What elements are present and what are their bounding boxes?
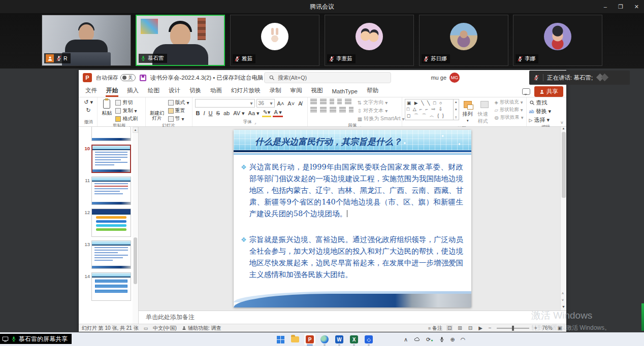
copy-button[interactable]: 复制 ▾ bbox=[115, 107, 138, 114]
comments-icon[interactable] bbox=[522, 88, 530, 95]
change-case-button[interactable]: Aa ▾ bbox=[247, 110, 261, 117]
cut-button[interactable]: 剪切 bbox=[115, 99, 138, 106]
current-slide[interactable]: 什么是兴边富民行动，其宗旨是什么？ ❖ 兴边富民行动，是l999年由国家民委联合… bbox=[234, 130, 471, 307]
input-indicator-icon[interactable]: ⊕ bbox=[450, 336, 455, 343]
notes-pane[interactable]: 单击此处添加备注 bbox=[139, 310, 566, 324]
align-left-icon[interactable] bbox=[310, 107, 317, 113]
scrollbar-thumb[interactable] bbox=[562, 132, 566, 198]
screen-share-indicator[interactable]: 慕石雷的屏幕共享 bbox=[0, 334, 72, 344]
account-avatar[interactable]: MG bbox=[449, 73, 460, 83]
align-center-icon[interactable] bbox=[320, 107, 327, 113]
section-button[interactable]: 节 ▾ bbox=[168, 115, 189, 122]
font-color-button[interactable]: A ▾ bbox=[273, 109, 282, 117]
onedrive-cloud-icon[interactable] bbox=[413, 336, 421, 342]
thumbnail-slide-14[interactable]: 14 bbox=[82, 272, 138, 301]
grow-font-icon[interactable]: A˄ bbox=[276, 100, 285, 107]
bullet-paragraph-2[interactable]: ❖ 宗旨就是振兴边境、富裕边民。通过强化政府组织领导，广泛动员全社会参与，加大对… bbox=[241, 234, 463, 281]
text-shadow-button[interactable]: ab bbox=[222, 110, 231, 116]
columns-icon[interactable] bbox=[349, 107, 353, 113]
normal-view-icon[interactable]: ⊡ bbox=[446, 325, 453, 331]
thumbnail-slide-9[interactable] bbox=[82, 127, 138, 141]
redo-icon[interactable]: ↻ bbox=[85, 107, 92, 114]
thumbnail-scrollbar[interactable]: ▲ bbox=[133, 127, 138, 324]
display-settings-icon[interactable]: ▭ bbox=[144, 326, 148, 331]
close-icon[interactable]: ✕ bbox=[634, 4, 639, 10]
zoom-slider[interactable] bbox=[497, 328, 529, 329]
arrange-button[interactable]: 排列▾ bbox=[461, 99, 474, 123]
shape-effects-button[interactable]: ◍ 形状效果 ▾ bbox=[494, 114, 523, 121]
tray-mic-icon[interactable] bbox=[439, 336, 445, 342]
thumbnail-slide-12[interactable]: 12 bbox=[82, 209, 138, 237]
char-spacing-button[interactable]: AV ▾ bbox=[232, 110, 245, 117]
zoom-level[interactable]: 76% bbox=[542, 325, 553, 331]
font-name-combo[interactable]: ▾ bbox=[195, 99, 255, 108]
increase-indent-icon[interactable] bbox=[337, 99, 342, 105]
undo-icon[interactable]: ↺ ▾ bbox=[83, 99, 94, 106]
font-size-combo[interactable]: 36▾ bbox=[256, 99, 275, 108]
sync-icon[interactable]: ⟳● bbox=[426, 336, 433, 343]
slide-title[interactable]: 什么是兴边富民行动，其宗旨是什么？ bbox=[234, 130, 471, 148]
video-tile-participant-3[interactable]: 雅茹 bbox=[230, 15, 319, 66]
video-tile-participant-2[interactable]: 慕石雷 bbox=[136, 15, 225, 66]
zoom-slider-thumb[interactable] bbox=[512, 326, 514, 331]
file-explorer-button[interactable] bbox=[289, 333, 301, 345]
bullets-icon[interactable] bbox=[310, 99, 317, 105]
bullet-paragraph-1[interactable]: ❖ 兴边富民行动，是l999年由国家民委联合国家发展改革委、财政部等部门倡议发起… bbox=[241, 161, 463, 220]
tab-slideshow[interactable]: 幻灯片放映 bbox=[227, 85, 265, 97]
paste-button[interactable]: 粘贴 bbox=[100, 99, 113, 117]
share-button[interactable]: 共享 bbox=[534, 86, 563, 97]
tab-mathtype[interactable]: MathType bbox=[328, 86, 363, 97]
save-icon[interactable] bbox=[140, 75, 146, 81]
reset-button[interactable]: 重置 bbox=[168, 107, 189, 114]
thumbnail-slide-11[interactable]: 11 bbox=[82, 177, 138, 205]
align-right-icon[interactable] bbox=[330, 107, 336, 113]
video-tile-participant-6[interactable]: 李娜 bbox=[513, 15, 602, 66]
line-spacing-icon[interactable] bbox=[345, 99, 351, 105]
paragraph-text[interactable]: 宗旨就是振兴边境、富裕边民。通过强化政府组织领导，广泛动员全社会参与，加大对边境… bbox=[249, 234, 463, 281]
format-painter-button[interactable]: 格式刷 bbox=[115, 115, 138, 122]
tab-insert[interactable]: 插入 bbox=[122, 85, 143, 97]
numbering-icon[interactable] bbox=[320, 99, 327, 105]
zoom-in-icon[interactable]: + bbox=[533, 325, 538, 331]
tab-record[interactable]: 录制 bbox=[265, 85, 286, 97]
underline-button[interactable]: U bbox=[208, 110, 214, 116]
replace-button[interactable]: ab替换 ▾ bbox=[529, 108, 552, 115]
powerpoint-app-icon[interactable]: P bbox=[83, 73, 92, 82]
layout-button[interactable]: 版式 ▾ bbox=[168, 99, 189, 106]
tab-animations[interactable]: 动画 bbox=[206, 85, 227, 97]
autosave-toggle[interactable]: 关 bbox=[120, 74, 136, 81]
autosave-control[interactable]: 自动保存 关 bbox=[96, 74, 136, 82]
thumbnail-slide-10[interactable]: 10 bbox=[82, 145, 138, 173]
text-direction-button[interactable]: ⇅ 文字方向 ▾ bbox=[358, 99, 405, 106]
align-text-button[interactable]: ⇳ 对齐文本 ▾ bbox=[358, 107, 405, 114]
editor-scrollbar[interactable]: ▲ ˄ ˅ ▼ bbox=[560, 127, 566, 310]
shapes-gallery-scroll[interactable]: ▲▼≡ bbox=[454, 99, 459, 120]
next-slide-icon[interactable]: ˅ bbox=[562, 298, 565, 302]
clear-format-icon[interactable]: A̸ bbox=[297, 100, 303, 107]
powerpoint-taskbar-button[interactable]: P bbox=[304, 333, 316, 345]
slide-body-text[interactable]: ❖ 兴边富民行动，是l999年由国家民委联合国家发展改革委、财政部等部门倡议发起… bbox=[234, 153, 471, 281]
quick-styles-button[interactable]: 快速样式 bbox=[476, 99, 493, 125]
fit-to-window-icon[interactable]: ▣ bbox=[557, 325, 563, 331]
paragraph-text[interactable]: 兴边富民行动，是l999年由国家民委联合国家发展改革委、财政部等部门倡议发起的一… bbox=[249, 163, 463, 218]
tencent-meeting-taskbar-button[interactable]: ◇ bbox=[363, 333, 375, 345]
tray-expand-icon[interactable]: ∧ bbox=[404, 336, 408, 343]
scroll-down-icon[interactable]: ▼ bbox=[562, 305, 565, 308]
network-icon[interactable]: ◠ bbox=[461, 336, 466, 343]
shapes-gallery[interactable]: ▣ ▶ ╲ ╲ □ ○ □ △ ⌐ ⌐ ⇨ ⇩ ◻ ⌒ ⌒ ︵ { } ▲▼≡ bbox=[405, 99, 459, 120]
video-tile-participant-4[interactable]: 李薏茹 bbox=[325, 15, 414, 66]
reading-view-icon[interactable]: ⊟ bbox=[467, 325, 473, 331]
tab-file[interactable]: 文件 bbox=[81, 85, 102, 97]
word-taskbar-button[interactable]: W bbox=[333, 333, 345, 345]
previous-slide-icon[interactable]: ˄ bbox=[562, 292, 565, 295]
meeting-speaking-banner[interactable]: 正在讲话: 慕石雷; bbox=[529, 71, 630, 85]
thumbnail-slide-13[interactable]: 13 bbox=[82, 240, 138, 269]
scrollbar-thumb[interactable] bbox=[134, 237, 137, 284]
zoom-out-icon[interactable]: − bbox=[488, 325, 493, 331]
shape-fill-button[interactable]: ◈ 形状填充 ▾ bbox=[494, 99, 523, 106]
smartart-button[interactable]: ▦ 转换为 SmartArt ▾ bbox=[358, 115, 405, 122]
shapes-gallery-grid[interactable]: ▣ ▶ ╲ ╲ □ ○ □ △ ⌐ ⌐ ⇨ ⇩ ◻ ⌒ ⌒ ︵ { } bbox=[405, 99, 454, 120]
strikethrough-button[interactable]: S bbox=[215, 110, 221, 116]
start-button[interactable] bbox=[274, 333, 286, 345]
slideshow-view-icon[interactable]: ▶ bbox=[477, 325, 484, 331]
